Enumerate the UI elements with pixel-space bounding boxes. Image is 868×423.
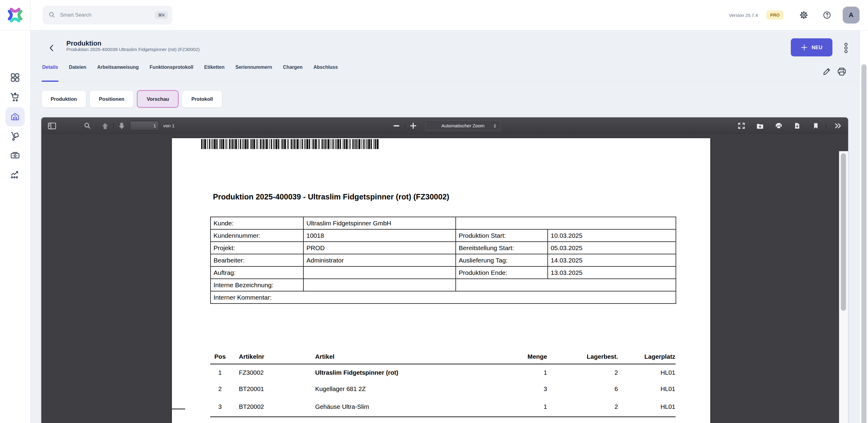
toolbar-divider <box>405 123 406 129</box>
print-icon <box>775 122 782 129</box>
info-row: Auftrag:Produktion Ende:13.03.2025 <box>211 266 676 279</box>
items-header: Menge <box>499 353 548 364</box>
presentation-mode-icon <box>738 122 745 129</box>
tab-arbeitsanweisung[interactable]: Arbeitsanweisung <box>97 65 139 81</box>
tab-chargen[interactable]: Chargen <box>283 65 303 81</box>
info-row: Kundennummer:10018Produktion Start:10.03… <box>211 229 676 242</box>
plus-icon <box>801 44 808 51</box>
zoom-select[interactable]: Automatischer Zoom <box>425 120 501 131</box>
toggle-sidebar-button[interactable] <box>48 121 56 130</box>
sidebar-item-trend-chart[interactable] <box>5 165 25 184</box>
sidebar-item-banknote[interactable] <box>5 146 25 165</box>
xentral-logo-icon <box>6 6 25 25</box>
sidebar <box>0 30 30 423</box>
zoom-out-button[interactable] <box>392 121 401 130</box>
page-title: Produktion <box>66 39 101 48</box>
subtab-positionen[interactable]: Positionen <box>90 90 134 108</box>
pencil-icon <box>822 67 832 77</box>
tabs-divider <box>30 82 860 82</box>
subtab-vorschau[interactable]: Vorschau <box>137 90 179 108</box>
info-row: Kunde:Ultraslim Fidgetspinner GmbH <box>211 217 676 229</box>
print-page-button[interactable] <box>837 67 847 77</box>
kebab-dot <box>844 43 847 46</box>
document-title: Produktion 2025-400039 - Ultraslim Fidge… <box>213 192 450 201</box>
download-icon <box>794 122 801 129</box>
topbar: Smart Search ⌘K Version 25.7.4 PRO <box>0 0 868 30</box>
fold-mark <box>172 409 185 410</box>
zoom-out-icon <box>394 125 399 126</box>
pdf-scrollbar-thumb[interactable] <box>841 153 846 311</box>
subtabs: ProduktionPositionenVorschauProtokoll <box>41 90 222 108</box>
zoom-in-icon <box>410 123 416 129</box>
tab-etiketten[interactable]: Etiketten <box>204 65 225 81</box>
warehouse-icon <box>10 112 20 122</box>
tab-abschluss[interactable]: Abschluss <box>313 65 338 81</box>
tab-funktionsprotokoll[interactable]: Funktionsprotokoll <box>150 65 193 81</box>
item-row: 3BT20002Gehäuse Ultra-Slim12HL01 <box>210 397 676 417</box>
hand-truck-icon <box>10 131 20 142</box>
items-header: Lagerbest. <box>548 353 618 364</box>
current-view-button[interactable] <box>811 121 820 130</box>
settings-button[interactable] <box>799 10 808 20</box>
pdf-canvas-area: Produktion 2025-400039 - Ultraslim Fidge… <box>41 134 848 423</box>
tab-seriennummern[interactable]: Seriennummern <box>236 65 272 81</box>
app-window: Smart Search ⌘K Version 25.7.4 PRO <box>0 0 868 423</box>
item-row: 2BT20001Kugellager 681 2Z36HL01 <box>210 381 676 397</box>
previous-page-button[interactable] <box>100 121 110 130</box>
info-row: Interner Kommentar: <box>211 291 676 304</box>
items-header: Lagerplatz <box>618 353 676 364</box>
document-items-table: PosArtikelnrArtikelMengeLagerbest.Lagerp… <box>210 353 676 417</box>
presentation-mode-button[interactable] <box>737 121 746 130</box>
app-logo[interactable] <box>0 0 30 30</box>
document-info-table: Kunde:Ultraslim Fidgetspinner GmbHKunden… <box>210 217 676 304</box>
pro-badge: PRO <box>766 10 783 20</box>
pdf-page: Produktion 2025-400039 - Ultraslim Fidge… <box>172 138 710 423</box>
sidebar-item-shopping-cart[interactable] <box>5 88 25 107</box>
sidebar-item-warehouse[interactable] <box>5 107 25 126</box>
page-number-input[interactable] <box>130 121 159 130</box>
items-header: Pos <box>210 353 230 364</box>
banknote-icon <box>10 150 20 160</box>
tabs: DetailsDateienArbeitsanweisungFunktionsp… <box>42 65 338 81</box>
search-placeholder: Smart Search <box>60 12 151 18</box>
apps-icon <box>10 72 20 83</box>
find-button[interactable] <box>83 121 92 130</box>
open-file-button[interactable] <box>755 121 765 130</box>
avatar-initial: A <box>849 11 854 19</box>
select-arrows-icon <box>493 124 496 128</box>
new-button[interactable]: NEU <box>791 38 832 56</box>
avatar[interactable]: A <box>843 7 860 24</box>
kebab-menu-button[interactable] <box>843 42 848 54</box>
pdf-toolbar: von 1 Automatischer Zoom <box>41 117 848 134</box>
toolbar-divider <box>114 123 114 129</box>
pdf-viewer: von 1 Automatischer Zoom <box>41 117 848 423</box>
pdf-scrollbar <box>839 151 848 423</box>
info-row: Bearbeiter:AdministratorAuslieferung Tag… <box>211 254 676 266</box>
subtab-protokoll[interactable]: Protokoll <box>182 90 222 108</box>
tools-button[interactable] <box>833 121 842 130</box>
search-shortcut-badge: ⌘K <box>155 11 168 19</box>
print-document-button[interactable] <box>774 121 783 130</box>
items-header: Artikelnr <box>230 353 313 364</box>
download-button[interactable] <box>793 121 802 130</box>
sidebar-item-apps[interactable] <box>5 68 25 87</box>
tab-dateien[interactable]: Dateien <box>69 65 86 81</box>
edit-button[interactable] <box>822 67 832 77</box>
page-up-icon <box>101 122 109 129</box>
subtab-produktion[interactable]: Produktion <box>41 90 86 108</box>
search-icon <box>49 11 56 19</box>
zoom-select-value: Automatischer Zoom <box>441 123 485 128</box>
page-down-icon <box>118 122 125 129</box>
search-input[interactable]: Smart Search ⌘K <box>42 6 172 25</box>
page-subtitle: Produktion 2025-400039 Ultraslim Fidgets… <box>66 47 200 52</box>
tab-details[interactable]: Details <box>42 65 58 81</box>
sidebar-item-hand-truck[interactable] <box>5 127 25 146</box>
tools-chevrons-icon <box>834 122 842 129</box>
back-chevron-icon <box>48 43 56 53</box>
zoom-in-button[interactable] <box>409 121 418 130</box>
next-page-button[interactable] <box>117 121 126 130</box>
help-button[interactable] <box>823 11 831 19</box>
back-button[interactable] <box>47 43 57 53</box>
gear-icon <box>799 10 808 20</box>
window-scrollbar-thumb[interactable] <box>861 64 867 423</box>
